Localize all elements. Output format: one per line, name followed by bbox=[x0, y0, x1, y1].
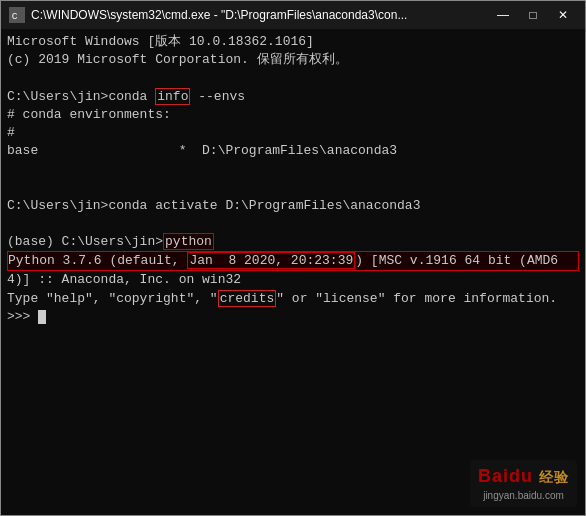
line-10: C:\Users\jin>conda activate D:\ProgramFi… bbox=[7, 197, 579, 215]
watermark-brand: Baidu 经验 bbox=[478, 464, 569, 489]
credits-highlight: credits bbox=[218, 290, 277, 307]
python-version-line: Python 3.7.6 (default, Jan 8 2020, 20:23… bbox=[7, 251, 579, 271]
close-button[interactable]: ✕ bbox=[549, 5, 577, 25]
watermark-bai: Bai bbox=[478, 466, 509, 486]
line-9 bbox=[7, 179, 579, 197]
line-2: (c) 2019 Microsoft Corporation. 保留所有权利。 bbox=[7, 51, 579, 69]
line-11 bbox=[7, 215, 579, 233]
python-command-line: (base) C:\Users\jin>python bbox=[7, 233, 579, 251]
maximize-button[interactable]: □ bbox=[519, 5, 547, 25]
cmd-icon: C bbox=[9, 7, 25, 23]
cursor bbox=[38, 310, 46, 324]
line-1: Microsoft Windows [版本 10.0.18362.1016] bbox=[7, 33, 579, 51]
window-title: C:\WINDOWS\system32\cmd.exe - "D:\Progra… bbox=[31, 8, 407, 22]
watermark-inner: Baidu 经验 jingyan.baidu.com bbox=[470, 460, 577, 507]
line-6: # bbox=[7, 124, 579, 142]
minimize-button[interactable]: — bbox=[489, 5, 517, 25]
line-5: # conda environments: bbox=[7, 106, 579, 124]
cmd-window: C C:\WINDOWS\system32\cmd.exe - "D:\Prog… bbox=[0, 0, 586, 516]
terminal-area[interactable]: Microsoft Windows [版本 10.0.18362.1016] (… bbox=[1, 29, 585, 515]
line-help: Type "help", "copyright", "credits" or "… bbox=[7, 290, 579, 308]
info-highlight: info bbox=[155, 88, 190, 105]
title-bar-left: C C:\WINDOWS\system32\cmd.exe - "D:\Prog… bbox=[9, 7, 407, 23]
line-8 bbox=[7, 160, 579, 178]
line-7: base * D:\ProgramFiles\anaconda3 bbox=[7, 142, 579, 160]
prompt-line: >>> bbox=[7, 308, 579, 326]
watermark: Baidu 经验 jingyan.baidu.com bbox=[470, 460, 577, 507]
svg-text:C: C bbox=[12, 11, 18, 22]
line-4: C:\Users\jin>conda info --envs bbox=[7, 88, 579, 106]
window-controls[interactable]: — □ ✕ bbox=[489, 5, 577, 25]
line-anaconda: 4)] :: Anaconda, Inc. on win32 bbox=[7, 271, 579, 289]
watermark-du: du bbox=[509, 466, 533, 486]
watermark-url: jingyan.baidu.com bbox=[478, 489, 569, 503]
line-3 bbox=[7, 69, 579, 87]
watermark-jingyan: 经验 bbox=[539, 469, 569, 485]
title-bar: C C:\WINDOWS\system32\cmd.exe - "D:\Prog… bbox=[1, 1, 585, 29]
